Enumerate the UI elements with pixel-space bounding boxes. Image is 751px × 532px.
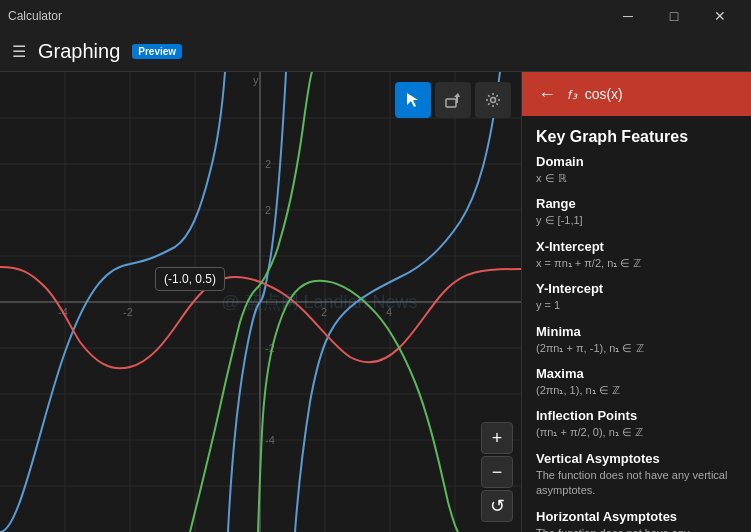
feature-value: (πn₁ + π/2, 0), n₁ ∈ ℤ — [536, 425, 737, 440]
feature-title: Maxima — [536, 366, 737, 381]
feature-title: Range — [536, 196, 737, 211]
zoom-in-button[interactable]: + — [481, 422, 513, 454]
svg-text:-4: -4 — [265, 434, 275, 446]
feature-section: X-Interceptx = πn₁ + π/2, n₁ ∈ ℤ — [536, 239, 737, 271]
title-bar-left: Calculator — [8, 9, 62, 23]
feature-section: Minima(2πn₁ + π, -1), n₁ ∈ ℤ — [536, 324, 737, 356]
panel-fx-label: f₃ — [568, 87, 577, 102]
title-bar: Calculator ─ □ ✕ — [0, 0, 751, 32]
app-title: Calculator — [8, 9, 62, 23]
feature-value: y = 1 — [536, 298, 737, 313]
svg-text:y: y — [253, 74, 259, 86]
share-tool-button[interactable] — [435, 82, 471, 118]
panel-content[interactable]: Domainx ∈ ℝRangey ∈ [-1,1]X-Interceptx =… — [522, 154, 751, 532]
zoom-controls: + − ↺ — [481, 422, 513, 522]
right-panel: ← f₃ cos(x) Key Graph Features Domainx ∈… — [521, 72, 751, 532]
svg-point-28 — [491, 98, 496, 103]
svg-text:2: 2 — [265, 204, 271, 216]
panel-header: ← f₃ cos(x) — [522, 72, 751, 116]
svg-text:4: 4 — [386, 306, 392, 318]
feature-section: Horizontal AsymptotesThe function does n… — [536, 509, 737, 532]
graph-canvas: y -4 -2 2 4 2 2 -2 -4 — [0, 72, 521, 532]
graph-area[interactable]: y -4 -2 2 4 2 2 -2 -4 — [0, 72, 521, 532]
feature-title: Vertical Asymptotes — [536, 451, 737, 466]
feature-title: Y-Intercept — [536, 281, 737, 296]
svg-text:2: 2 — [265, 158, 271, 170]
feature-section: Rangey ∈ [-1,1] — [536, 196, 737, 228]
hamburger-icon[interactable]: ☰ — [12, 42, 26, 61]
feature-value: The function does not have any horizonta… — [536, 526, 737, 532]
feature-section: Maxima(2πn₁, 1), n₁ ∈ ℤ — [536, 366, 737, 398]
panel-section-title: Key Graph Features — [522, 116, 751, 154]
feature-value: (2πn₁ + π, -1), n₁ ∈ ℤ — [536, 341, 737, 356]
app-header: ☰ Graphing Preview — [0, 32, 751, 72]
feature-section: Domainx ∈ ℝ — [536, 154, 737, 186]
feature-value: y ∈ [-1,1] — [536, 213, 737, 228]
settings-tool-button[interactable] — [475, 82, 511, 118]
feature-value: x ∈ ℝ — [536, 171, 737, 186]
panel-function-name: cos(x) — [585, 86, 623, 102]
feature-section: Y-Intercepty = 1 — [536, 281, 737, 313]
feature-value: (2πn₁, 1), n₁ ∈ ℤ — [536, 383, 737, 398]
feature-value: The function does not have any vertical … — [536, 468, 737, 499]
svg-rect-27 — [446, 99, 456, 107]
feature-title: Inflection Points — [536, 408, 737, 423]
app-name-label: Graphing — [38, 40, 120, 63]
feature-section: Inflection Points(πn₁ + π/2, 0), n₁ ∈ ℤ — [536, 408, 737, 440]
panel-back-button[interactable]: ← — [534, 84, 560, 105]
title-bar-controls: ─ □ ✕ — [605, 0, 743, 32]
preview-badge: Preview — [132, 44, 182, 59]
close-button[interactable]: ✕ — [697, 0, 743, 32]
zoom-reset-button[interactable]: ↺ — [481, 490, 513, 522]
feature-title: Domain — [536, 154, 737, 169]
svg-text:-2: -2 — [123, 306, 133, 318]
main-content: y -4 -2 2 4 2 2 -2 -4 — [0, 72, 751, 532]
cursor-tool-button[interactable] — [395, 82, 431, 118]
minimize-button[interactable]: ─ — [605, 0, 651, 32]
feature-value: x = πn₁ + π/2, n₁ ∈ ℤ — [536, 256, 737, 271]
feature-section: Vertical AsymptotesThe function does not… — [536, 451, 737, 499]
feature-title: X-Intercept — [536, 239, 737, 254]
graph-toolbar — [395, 82, 511, 118]
maximize-button[interactable]: □ — [651, 0, 697, 32]
feature-title: Horizontal Asymptotes — [536, 509, 737, 524]
zoom-out-button[interactable]: − — [481, 456, 513, 488]
svg-text:2: 2 — [321, 306, 327, 318]
feature-title: Minima — [536, 324, 737, 339]
